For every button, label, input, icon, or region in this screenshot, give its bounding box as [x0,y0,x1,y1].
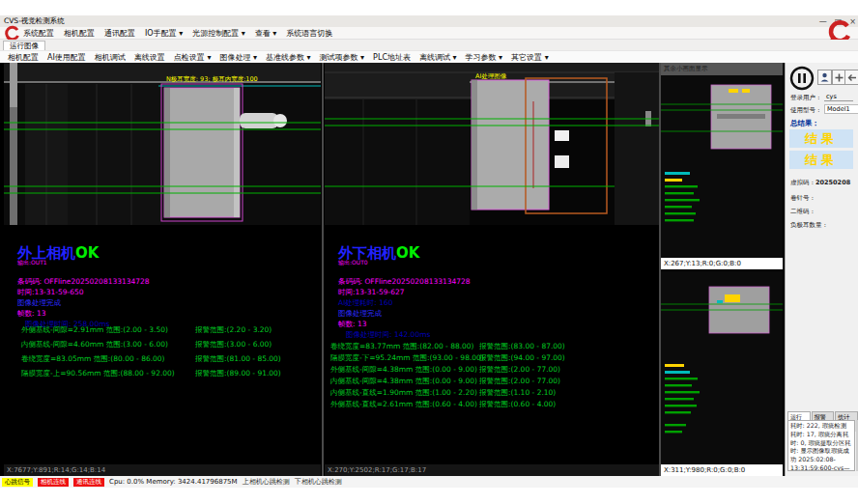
thumbnail-column: 其余小画面显示 X:267;Y:13;R:0;G:0;B:0 [661,63,783,476]
center-measure-row: 外侧基线-间隙=4.38mm 范围:(0.00 - 9.00) [330,365,477,375]
center-measure-row: 内侧基线-间隙=4.38mm 范围:(0.00 - 9.00) [330,377,477,386]
tool-test-params[interactable]: 测试项参数 ▾ [320,52,365,63]
thumb1-pixel-coordinates: X:267;Y:13;R:0;G:0;B:0 [661,258,783,269]
left-time: 时间:13-31-59-650 [17,288,84,297]
tool-spot-check[interactable]: 点检设置 ▾ [174,52,212,63]
center-frame-count: 帧数: 13 [338,320,366,329]
left-frame-count: 帧数: 13 [17,309,45,319]
menu-comm-config[interactable]: 通讯配置 [104,28,135,39]
negative-tab-count-row: 负极耳数量： [790,221,828,230]
login-user-value[interactable]: cys [824,93,853,101]
center-alarm-range: 报警范围:(83.00 - 87.00) [479,342,565,351]
winding-pin-row: 卷针号： [790,194,815,203]
total-result-label: 总结果： [790,119,819,128]
pause-button[interactable] [789,66,815,91]
tool-ai-usage-config[interactable]: AI使用配置 [47,52,86,63]
user-icon [820,72,829,82]
qr-code-row: 二维码： [790,208,815,216]
thumbnail-header: 其余小画面显示 [661,63,783,75]
menu-language-switch[interactable]: 系统语言切换 [286,28,332,39]
center-barcode: 条码码: OFFline20250208133134728 [338,277,471,287]
left-camera-image[interactable] [4,63,321,225]
logout-arrow-icon [847,73,857,82]
center-pixel-coordinates: X:270;Y:2502;R:17;G:17;B:17 [325,464,659,476]
main-workspace: N极耳宽度: 93; 极耳内宽度:100 外上相机OK 输出:OUT1 条码码:… [0,63,858,476]
center-measure-row: 内侧基线-直线=1.90mm 范围:(1.00 - 2.20) [330,388,477,398]
tool-learning-params[interactable]: 学习参数 ▾ [466,52,503,63]
heartbeat-status-badge: 心跳信号 [2,478,33,487]
model-value[interactable]: Model1 [824,104,858,114]
tool-camera-config[interactable]: 相机配置 [8,52,39,63]
center-process-time: 图像处理时间: 142.00ms [346,330,430,340]
virtual-code-row: 虚拟码：20250208 [790,179,850,187]
left-alarm-range: 报警范围:(3.00 - 6.00) [195,340,272,350]
center-measure-row: 卷绕宽度=83.77mm 范围:(82.00 - 88.00) [330,342,474,351]
view-separator [322,63,324,476]
upper-camera-heartbeat: 上相机心跳检测 [243,477,290,487]
menu-system-config[interactable]: 系统配置 [23,28,54,39]
thumbnail-camera-image-1[interactable] [661,75,783,258]
right-sidebar: 登录用户： cys 使用型号： Model1 总结果： 结果 结果 虚拟码：20… [785,63,858,476]
status-bar: 心跳信号 相机连线 通讯连线 Cpu: 0.0% Memory: 3424.41… [0,476,858,488]
center-camera-view: AI处理图像 外下相机OK 输出:OUT0 条码码: OFFline202502… [325,63,659,476]
minimize-button[interactable]: — [819,17,827,26]
center-overlay-label: AI处理图像 [475,72,506,81]
left-pixel-coordinates: X:7677;Y:891;R:14;G:14;B:14 [4,464,321,476]
center-alarm-range: 报警范围:(2.00 - 77.00) [479,377,560,386]
left-process-done: 图像处理完成 [17,298,61,308]
center-measure-row: 隔膜宽度-下=95.24mm 范围:(93.00 - 98.00) [330,353,484,363]
left-barcode: 条码码: OFFline20250208133134728 [17,277,150,287]
result-box-1: 结果 [789,129,853,148]
left-measure-row: 卷绕宽度=83.05mm 范围:(80.00 - 86.00) [21,354,165,364]
left-output-label: 输出:OUT1 [17,259,47,267]
left-alarm-range: 报警范围:(81.00 - 85.00) [195,354,281,364]
result-box-2: 结果 [789,151,853,169]
run-info-log: 耗时: 222, 瑕疵检测耗时: 17, 瑕疵分离耗时: 0, 瑕疵提取分区耗时… [787,420,855,471]
menu-light-config[interactable]: 光源控制配置 ▾ [192,28,245,39]
lower-camera-heartbeat: 下相机心跳检测 [295,477,342,487]
center-process-done: 图像处理完成 [338,309,382,319]
menu-io-config[interactable]: IO手配置 ▾ [145,28,183,39]
tool-offline-debug[interactable]: 离线调试 ▾ [419,52,457,63]
user-lock-button[interactable] [817,70,832,85]
tool-baseline-params[interactable]: 基准线参数 ▾ [266,52,311,63]
left-alarm-range: 报警范围:(89.00 - 91.00) [195,369,281,378]
left-measure-row: 内侧基线-间隙=4.60mm 范围:(3.00 - 6.00) [21,340,168,350]
left-overlay-label: N极耳宽度: 93; 极耳内宽度:100 [166,75,258,84]
center-camera-image[interactable] [325,63,659,225]
tool-plc-address[interactable]: PLC地址表 [373,52,411,63]
center-output-label: 输出:OUT0 [338,259,368,267]
center-measure-row: 外侧基线-直线=2.61mm 范围:(0.60 - 4.00) [330,400,477,409]
center-alarm-range: 报警范围:(94.00 - 97.00) [479,353,565,363]
left-measure-row: 外侧基线-间隙=2.91mm 范围:(2.00 - 3.50) [21,325,168,335]
logout-button[interactable] [844,70,858,85]
center-time: 时间:13-31-59-627 [338,288,405,297]
title-bar: CVS-视觉检测系统 — □ × [0,15,858,27]
tool-offline-settings[interactable]: 离线设置 [134,52,165,63]
cpu-memory-status: Cpu: 0.0% Memory: 3424.41796875M [109,478,238,486]
model-label: 使用型号： [790,106,822,115]
center-ai-time: AI处理耗时: 160 [338,298,393,308]
menu-view[interactable]: 查看 ▾ [255,28,277,39]
tool-bar: 相机配置 AI使用配置 相机调试 离线设置 点检设置 ▾ 图像处理 ▾ 基准线参… [0,50,858,63]
center-alarm-range: 报警范围:(0.60 - 4.00) [479,400,556,409]
menu-bar: 系统配置 相机配置 通讯配置 IO手配置 ▾ 光源控制配置 ▾ 查看 ▾ 系统语… [0,27,858,40]
tool-other-settings[interactable]: 其它设置 ▾ [511,52,549,63]
left-alarm-range: 报警范围:(2.20 - 3.20) [195,325,272,335]
tool-image-processing[interactable]: 图像处理 ▾ [219,52,257,63]
center-alarm-range: 报警范围:(2.00 - 77.00) [479,365,560,375]
center-alarm-range: 报警范围:(1.10 - 2.10) [479,388,556,398]
thumb2-pixel-coordinates: X:311;Y:980;R:0;G:0;B:0 [661,464,783,476]
comm-link-status-badge: 通讯连线 [73,478,104,487]
thumbnail-camera-image-2[interactable] [661,271,783,463]
app-window: CVS-视觉检测系统 — □ × 系统配置 相机配置 通讯配置 IO手配置 ▾ … [0,0,858,504]
menu-camera-config[interactable]: 相机配置 [64,28,95,39]
left-camera-view: N极耳宽度: 93; 极耳内宽度:100 外上相机OK 输出:OUT1 条码码:… [4,63,321,476]
camera-link-status-badge: 相机连线 [38,478,69,487]
plus-icon [835,73,844,82]
login-user-label: 登录用户： [790,94,822,102]
tool-camera-debug[interactable]: 相机调试 [95,52,126,63]
left-measure-row: 隔膜宽度-上=90.56mm 范围:(88.00 - 92.00) [21,369,175,378]
tab-strip: 运行图像 [0,40,858,50]
